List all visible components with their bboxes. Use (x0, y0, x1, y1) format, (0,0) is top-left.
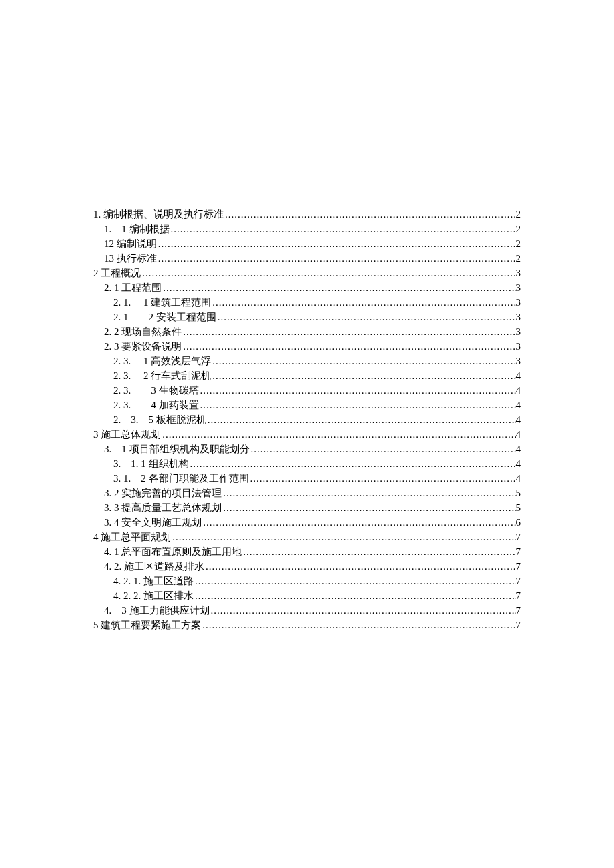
toc-page-number: 4 (516, 442, 521, 456)
toc-label: 2 工程概况 (93, 266, 141, 280)
toc-page: 1. 编制根据、说明及执行标准 2 1. 1 编制根据 2 12 编制说明 2 … (0, 0, 614, 699)
toc-dots (182, 339, 515, 354)
toc-label: 4. 2. 施工区道路及排水 (104, 559, 204, 574)
toc-label: 3. 1. 2 各部门职能及工作范围 (113, 471, 249, 486)
toc-page-number: 3 (516, 310, 521, 324)
toc-label: 3. 1 项目部组织机构及职能划分 (104, 442, 250, 456)
toc-entry: 5 建筑工程要紧施工方案 7 (93, 618, 521, 632)
toc-dots (224, 207, 516, 222)
toc-label: 2. 3. 1 高效浅层气浮 (113, 354, 211, 368)
toc-entry: 3 施工总体规划 4 (93, 427, 521, 442)
toc-page-number: 4 (516, 427, 521, 442)
toc-label: 2. 1 工程范围 (104, 280, 162, 295)
toc-dots (170, 222, 516, 236)
toc-page-number: 3 (516, 324, 521, 339)
toc-dots (204, 559, 516, 574)
toc-label: 5 建筑工程要紧施工方案 (93, 618, 201, 632)
toc-dots (194, 574, 516, 588)
toc-page-number: 6 (516, 515, 521, 530)
toc-dots (199, 398, 516, 412)
toc-page-number: 3 (516, 266, 521, 280)
toc-label: 4. 1 总平面布置原则及施工用地 (104, 544, 242, 559)
toc-dots (250, 442, 516, 456)
toc-page-number: 5 (516, 486, 521, 500)
toc-dots (189, 456, 516, 471)
toc-dots (161, 427, 515, 442)
toc-page-number: 3 (516, 280, 521, 295)
toc-page-number: 4 (516, 398, 521, 412)
toc-entry: 1. 编制根据、说明及执行标准 2 (93, 207, 521, 222)
toc-dots (141, 266, 515, 280)
toc-page-number: 7 (516, 574, 521, 588)
toc-page-number: 3 (516, 354, 521, 368)
toc-entry: 2. 3. 4 加药装置 4 (93, 398, 521, 412)
toc-page-number: 7 (516, 559, 521, 574)
toc-entry: 4. 2. 施工区道路及排水 7 (93, 559, 521, 574)
toc-entry: 4 施工总平面规划 7 (93, 530, 521, 544)
toc-label: 3 施工总体规划 (93, 427, 161, 442)
toc-entry: 2. 3. 2 行车式刮泥机 4 (93, 368, 521, 383)
toc-page-number: 2 (516, 251, 521, 266)
toc-entry: 4. 2. 1. 施工区道路 7 (93, 574, 521, 588)
toc-label: 4. 2. 1. 施工区道路 (113, 574, 194, 588)
toc-dots (162, 280, 515, 295)
toc-label: 2. 2 现场自然条件 (104, 324, 182, 339)
toc-label: 2. 3 要紧设备说明 (104, 339, 182, 354)
toc-label: 4. 2. 2. 施工区排水 (113, 588, 194, 603)
toc-label: 3. 2 实施完善的项目法管理 (104, 486, 222, 500)
toc-page-number: 2 (516, 207, 521, 222)
toc-label: 3. 3 提高质量工艺总体规划 (104, 500, 222, 515)
toc-entry: 3. 1 项目部组织机构及职能划分 4 (93, 442, 521, 456)
toc-entry: 2. 1 2 安装工程范围 3 (93, 310, 521, 324)
toc-label: 13 执行标准 (104, 251, 157, 266)
toc-dots (206, 412, 516, 427)
toc-dots (211, 354, 515, 368)
toc-dots (202, 515, 515, 530)
toc-entry: 2. 1 工程范围 3 (93, 280, 521, 295)
toc-dots (194, 588, 516, 603)
toc-dots (157, 251, 516, 266)
toc-entry: 3. 1. 2 各部门职能及工作范围 4 (93, 471, 521, 486)
toc-dots (171, 530, 515, 544)
toc-dots (216, 310, 516, 324)
toc-dots (182, 324, 515, 339)
toc-page-number: 4 (516, 412, 521, 427)
toc-entry: 2. 3. 1 高效浅层气浮 3 (93, 354, 521, 368)
toc-page-number: 3 (516, 295, 521, 310)
toc-page-number: 2 (516, 236, 521, 251)
toc-dots (201, 618, 515, 632)
toc-page-number: 4 (516, 383, 521, 398)
toc-page-number: 3 (516, 339, 521, 354)
toc-label: 1. 编制根据、说明及执行标准 (93, 207, 224, 222)
toc-label: 2. 3. 4 加药装置 (113, 398, 199, 412)
toc-label: 4 施工总平面规划 (93, 530, 171, 544)
toc-entry: 3. 3 提高质量工艺总体规划 5 (93, 500, 521, 515)
toc-label: 4. 3 施工力能供应计划 (104, 603, 210, 618)
toc-label: 2. 1 2 安装工程范围 (113, 310, 216, 324)
toc-dots (157, 236, 516, 251)
toc-label: 3. 4 安全文明施工规划 (104, 515, 202, 530)
toc-page-number: 7 (516, 618, 521, 632)
toc-entry: 2. 2 现场自然条件 3 (93, 324, 521, 339)
toc-dots (242, 544, 515, 559)
toc-label: 2. 3. 5 板框脱泥机 (113, 412, 206, 427)
toc-page-number: 2 (516, 222, 521, 236)
toc-dots (199, 383, 516, 398)
toc-dots (211, 295, 515, 310)
toc-entry: 13 执行标准 2 (93, 251, 521, 266)
toc-page-number: 4 (516, 368, 521, 383)
toc-entry: 12 编制说明 2 (93, 236, 521, 251)
toc-entry: 3. 4 安全文明施工规划 6 (93, 515, 521, 530)
toc-entry: 3. 2 实施完善的项目法管理 5 (93, 486, 521, 500)
toc-dots (211, 368, 515, 383)
toc-entry: 3. 1. 1 组织机构 4 (93, 456, 521, 471)
toc-label: 12 编制说明 (104, 236, 157, 251)
toc-page-number: 7 (516, 544, 521, 559)
toc-label: 2. 3. 3 生物碳塔 (113, 383, 199, 398)
toc-page-number: 7 (516, 603, 521, 618)
toc-page-number: 7 (516, 588, 521, 603)
toc-entry: 4. 2. 2. 施工区排水 7 (93, 588, 521, 603)
toc-entry: 2 工程概况 3 (93, 266, 521, 280)
toc-label: 1. 1 编制根据 (104, 222, 170, 236)
toc-dots (210, 603, 516, 618)
